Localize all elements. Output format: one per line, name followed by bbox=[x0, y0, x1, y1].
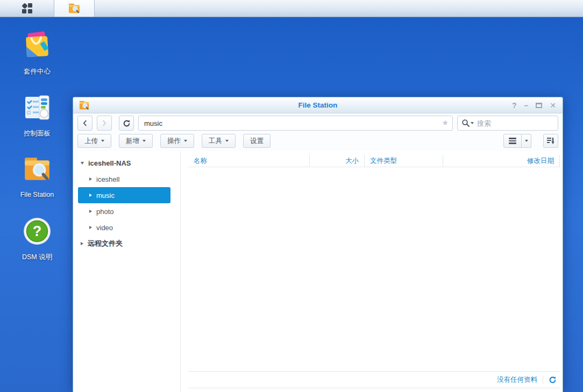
refresh-icon bbox=[549, 376, 557, 384]
view-mode-caret-button[interactable] bbox=[522, 134, 531, 148]
window-title: File Station bbox=[73, 101, 563, 109]
main-menu-button[interactable] bbox=[0, 0, 54, 17]
forward-button[interactable] bbox=[97, 116, 112, 131]
upload-button-label: 上传 bbox=[84, 137, 98, 146]
desktop-icon-package-center[interactable]: 套件中心 bbox=[9, 31, 65, 76]
desktop-icon-label: File Station bbox=[9, 191, 65, 198]
window-folder-icon bbox=[79, 101, 90, 110]
back-button[interactable] bbox=[77, 116, 93, 131]
upload-button[interactable]: 上传 bbox=[77, 134, 111, 148]
search-box bbox=[457, 116, 558, 131]
tree-collapse-icon[interactable] bbox=[81, 242, 83, 245]
tools-button[interactable]: 工具 bbox=[202, 134, 236, 148]
empty-status-text: 没有任何资料 bbox=[497, 375, 537, 384]
package-center-icon bbox=[23, 31, 52, 60]
taskbar-app-file-station[interactable] bbox=[54, 0, 95, 17]
taskbar bbox=[0, 0, 583, 17]
tree-collapse-icon[interactable] bbox=[89, 194, 92, 197]
column-header-name[interactable]: 名称 bbox=[188, 155, 309, 167]
sidebar-item-photo[interactable]: photo bbox=[73, 203, 180, 219]
tree-item-label: music bbox=[96, 191, 115, 199]
desktop-icon-file-station[interactable]: File Station bbox=[9, 155, 65, 198]
search-icon bbox=[461, 119, 470, 127]
dropdown-caret-icon bbox=[101, 140, 104, 142]
desktop-icon-label: DSM 说明 bbox=[9, 253, 65, 262]
tree-collapse-icon[interactable] bbox=[89, 210, 92, 213]
sidebar-item-music[interactable]: music bbox=[78, 187, 170, 203]
window-body: iceshell-NAS iceshell music photo video bbox=[73, 151, 563, 392]
file-list-empty-area[interactable] bbox=[188, 167, 560, 371]
status-divider bbox=[543, 375, 543, 384]
dropdown-caret-icon bbox=[184, 140, 187, 142]
list-view-icon bbox=[509, 138, 516, 144]
favorite-star-icon[interactable]: ★ bbox=[442, 118, 449, 127]
toolbar: 上传 新增 操作 工具 设置 bbox=[73, 133, 563, 151]
tree-item-label: photo bbox=[96, 208, 114, 216]
sidebar-item-video[interactable]: video bbox=[73, 219, 180, 236]
tree-collapse-icon[interactable] bbox=[89, 177, 92, 181]
dropdown-caret-icon bbox=[143, 140, 146, 142]
control-panel-icon bbox=[23, 93, 52, 122]
sidebar-item-iceshell[interactable]: iceshell bbox=[73, 171, 180, 187]
view-mode-group bbox=[503, 134, 531, 148]
chevron-down-icon bbox=[525, 140, 528, 142]
desktop[interactable]: 套件中心 控制面板 bbox=[0, 0, 583, 392]
action-button[interactable]: 操作 bbox=[160, 134, 194, 148]
status-bar: 没有任何资料 bbox=[188, 371, 560, 388]
desktop-icon-dsm-help[interactable]: ? DSM 说明 bbox=[9, 217, 65, 262]
dsm-help-icon: ? bbox=[23, 217, 52, 246]
grid-menu-icon bbox=[22, 3, 32, 13]
window-titlebar[interactable]: File Station ? – ✕ bbox=[73, 97, 563, 113]
help-button[interactable]: ? bbox=[512, 102, 517, 109]
file-list-header: 名称 大小 文件类型 修改日期 bbox=[188, 155, 560, 167]
desktop-icon-label: 控制面板 bbox=[9, 129, 65, 138]
settings-button-label: 设置 bbox=[250, 137, 264, 146]
action-button-label: 操作 bbox=[167, 137, 181, 146]
minimize-button[interactable]: – bbox=[524, 102, 528, 109]
forward-chevron-icon bbox=[101, 119, 108, 127]
back-chevron-icon bbox=[81, 119, 89, 127]
close-button[interactable]: ✕ bbox=[550, 102, 556, 109]
window-bottom-padding bbox=[188, 388, 560, 392]
dropdown-caret-icon bbox=[225, 140, 229, 142]
file-station-folder-icon bbox=[68, 3, 81, 14]
tree-item-label: video bbox=[96, 224, 113, 232]
refresh-button[interactable] bbox=[119, 116, 134, 131]
window-controls: ? – ✕ bbox=[512, 102, 563, 109]
column-header-modified[interactable]: 修改日期 bbox=[443, 155, 560, 167]
refresh-icon bbox=[123, 119, 131, 127]
maximize-button[interactable] bbox=[536, 103, 542, 108]
address-bar: ★ bbox=[138, 116, 453, 131]
status-refresh-button[interactable] bbox=[549, 376, 557, 384]
sidebar-folder-tree: iceshell-NAS iceshell music photo video bbox=[73, 151, 181, 392]
list-view-button[interactable] bbox=[503, 134, 522, 148]
column-header-type[interactable]: 文件类型 bbox=[364, 155, 443, 167]
sort-icon bbox=[546, 137, 555, 145]
address-input[interactable] bbox=[138, 116, 453, 131]
sidebar-item-iceshell-nas[interactable]: iceshell-NAS bbox=[73, 155, 180, 171]
desktop-icon-label: 套件中心 bbox=[9, 67, 65, 76]
sidebar-item-remote-folders[interactable]: 远程文件夹 bbox=[73, 236, 180, 252]
tools-button-label: 工具 bbox=[209, 137, 222, 146]
desktop-icon-control-panel[interactable]: 控制面板 bbox=[9, 93, 65, 138]
tree-expand-icon[interactable] bbox=[81, 162, 84, 165]
tree-root-label: iceshell-NAS bbox=[88, 159, 131, 167]
create-button[interactable]: 新增 bbox=[119, 134, 153, 148]
file-station-icon bbox=[23, 155, 52, 184]
file-station-window: File Station ? – ✕ ★ bbox=[73, 97, 563, 392]
settings-button[interactable]: 设置 bbox=[243, 134, 271, 148]
search-scope-caret-icon[interactable] bbox=[471, 122, 474, 124]
svg-text:?: ? bbox=[33, 223, 42, 239]
sort-button[interactable] bbox=[543, 134, 558, 148]
tree-collapse-icon[interactable] bbox=[89, 226, 92, 229]
file-list-panel: 名称 大小 文件类型 修改日期 没有任何资料 bbox=[181, 151, 563, 392]
tree-item-label: iceshell bbox=[96, 175, 119, 183]
tree-item-label: 远程文件夹 bbox=[88, 239, 123, 248]
column-header-size[interactable]: 大小 bbox=[309, 155, 364, 167]
create-button-label: 新增 bbox=[126, 137, 139, 146]
navigation-bar: ★ bbox=[73, 113, 563, 133]
